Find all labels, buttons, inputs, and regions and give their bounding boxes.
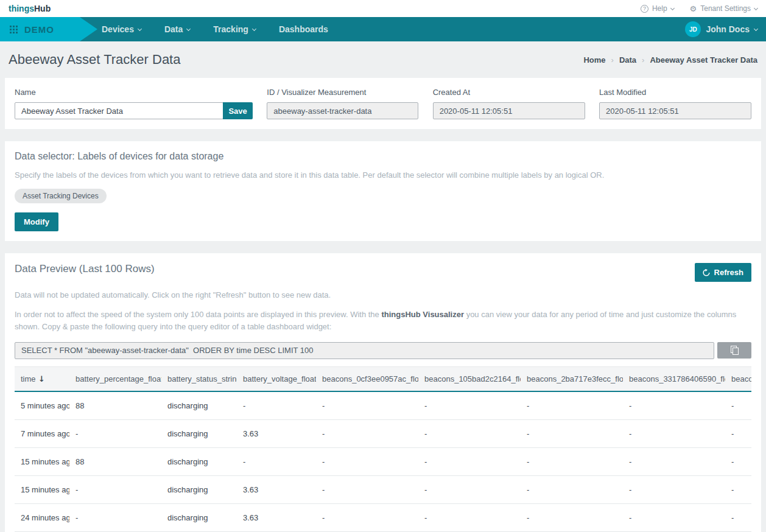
table-cell: 3.63 <box>237 419 316 447</box>
sort-desc-icon: ↓ <box>36 374 45 383</box>
breadcrumb-data[interactable]: Data <box>619 55 636 65</box>
label-chip: Asset Tracking Devices <box>15 189 107 203</box>
table-cell: - <box>237 391 316 420</box>
table-cell: - <box>69 419 161 447</box>
table-cell: - <box>418 447 521 475</box>
column-header-beacon[interactable]: beacon <box>725 366 751 391</box>
table-cell: 24 minutes ago <box>15 503 69 531</box>
table-header-row: time ↓battery_percentage_float64battery_… <box>15 366 751 391</box>
gear-icon: ⚙ <box>690 5 697 13</box>
table-cell: - <box>725 475 751 503</box>
modify-button[interactable]: Modify <box>15 212 58 231</box>
table-cell: - <box>521 503 623 531</box>
chevron-down-icon <box>670 5 675 10</box>
nav-item-dashboards[interactable]: Dashboards <box>279 24 328 34</box>
table-cell: - <box>418 475 521 503</box>
preview-description: In order not to affect the speed of the … <box>15 309 751 333</box>
table-cell: - <box>725 419 751 447</box>
table-cell: - <box>725 447 751 475</box>
help-icon: ? <box>641 5 648 13</box>
chevron-down-icon <box>754 5 758 10</box>
last-modified-input <box>599 102 751 119</box>
help-label: Help <box>652 4 667 13</box>
table-cell: 88 <box>69 447 161 475</box>
breadcrumb-home[interactable]: Home <box>583 55 605 65</box>
column-header-battery_voltage_float64[interactable]: battery_voltage_float64 <box>237 366 316 391</box>
table-cell: - <box>521 475 623 503</box>
avatar: JD <box>685 21 701 37</box>
column-header-beacons_2ba717e3fecc_float64[interactable]: beacons_2ba717e3fecc_float64 <box>521 366 623 391</box>
table-row: 24 minutes ago-discharging3.63----- <box>15 503 751 531</box>
refresh-button[interactable]: Refresh <box>695 263 751 282</box>
table-row: 7 minutes ago-discharging3.63----- <box>15 419 751 447</box>
thingshub-logo[interactable]: thingsHub <box>9 4 51 13</box>
nav-item-tracking[interactable]: Tracking <box>213 24 256 34</box>
chevron-down-icon <box>754 26 758 30</box>
nav-label: Tracking <box>213 24 248 34</box>
column-header-beacons_105bad2c2164_float64[interactable]: beacons_105bad2c2164_float64 <box>418 366 521 391</box>
nav-label: Data <box>164 24 183 34</box>
column-header-time[interactable]: time ↓ <box>15 366 69 391</box>
logo-things: things <box>9 4 34 13</box>
name-input[interactable] <box>15 102 223 119</box>
name-label: Name <box>15 88 253 97</box>
table-cell: - <box>418 503 521 531</box>
visualizer-link[interactable]: thingsHub Visusalizer <box>381 310 464 319</box>
topbar: thingsHub ? Help ⚙ Tenant Settings <box>0 0 766 17</box>
column-header-beacons_331786406590_float64[interactable]: beacons_331786406590_float64 <box>623 366 725 391</box>
table-cell: - <box>316 475 418 503</box>
column-header-battery_percentage_float64[interactable]: battery_percentage_float64 <box>69 366 161 391</box>
table-cell: - <box>623 391 725 420</box>
chevron-down-icon <box>252 26 256 30</box>
table-cell: 3.63 <box>237 475 316 503</box>
table-cell: - <box>316 503 418 531</box>
breadcrumb-separator: › <box>611 55 614 65</box>
copy-query-button[interactable] <box>717 342 751 359</box>
main-navbar: DEMO Devices Data Tracking Dashboards JD… <box>0 17 766 41</box>
table-cell: - <box>725 503 751 531</box>
table-cell: discharging <box>161 419 237 447</box>
table-cell: - <box>418 391 521 420</box>
table-row: 5 minutes ago88discharging------ <box>15 391 751 420</box>
nav-item-data[interactable]: Data <box>164 24 190 34</box>
user-menu[interactable]: JD John Docs <box>685 17 757 41</box>
column-header-beacons_0cf3ee0957ac_float64[interactable]: beacons_0cf3ee0957ac_float64 <box>316 366 418 391</box>
table-cell: - <box>69 503 161 531</box>
table-cell: 15 minutes ago <box>15 447 69 475</box>
query-input[interactable] <box>15 342 714 359</box>
breadcrumb-separator: › <box>642 55 644 65</box>
data-preview-card: Data Preview (Last 100 Rows) Refresh Dat… <box>5 253 761 532</box>
table-cell: - <box>725 391 751 420</box>
tenant-settings-menu[interactable]: ⚙ Tenant Settings <box>690 4 757 13</box>
data-selector-card: Data selector: Labels of devices for dat… <box>5 141 761 241</box>
table-cell: discharging <box>161 475 237 503</box>
refresh-icon <box>703 269 710 276</box>
logo-hub: Hub <box>34 4 51 13</box>
table-cell: 3.63 <box>237 503 316 531</box>
tenant-selector[interactable]: DEMO <box>0 17 80 41</box>
table-cell: - <box>623 419 725 447</box>
copy-icon <box>731 346 739 355</box>
created-at-input <box>433 102 585 119</box>
table-cell: - <box>237 447 316 475</box>
nav-item-devices[interactable]: Devices <box>102 24 141 34</box>
data-selector-description: Specify the labels of the devices from w… <box>15 169 751 181</box>
table-cell: - <box>316 447 418 475</box>
user-name: John Docs <box>706 24 750 34</box>
created-at-label: Created At <box>433 88 585 97</box>
nav-label: Devices <box>102 24 134 34</box>
apps-grid-icon <box>10 26 18 33</box>
help-menu[interactable]: ? Help <box>641 4 674 13</box>
table-row: 15 minutes ago-discharging3.63----- <box>15 475 751 503</box>
preview-note: Data will not be updated automatically. … <box>15 289 751 301</box>
table-cell: - <box>521 391 623 420</box>
table-settings-card: Name Save ID / Visualizer Measurement Cr… <box>5 78 761 129</box>
save-button[interactable]: Save <box>223 102 253 119</box>
last-modified-label: Last Modified <box>599 88 751 97</box>
table-cell: - <box>316 419 418 447</box>
id-label: ID / Visualizer Measurement <box>267 88 418 97</box>
column-header-battery_status_string[interactable]: battery_status_string <box>161 366 237 391</box>
data-preview-heading: Data Preview (Last 100 Rows) <box>15 263 155 275</box>
id-input <box>267 102 418 119</box>
table-row: 15 minutes ago88discharging------ <box>15 447 751 475</box>
